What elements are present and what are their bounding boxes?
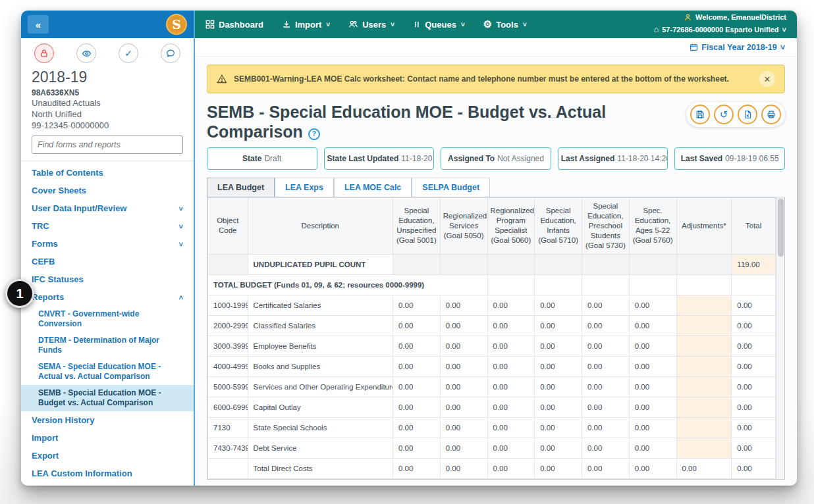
status-last-saved: Last Saved09-18-19 06:55 <box>674 147 785 170</box>
cell-total: 0.00 <box>732 336 776 356</box>
cell-adjustments[interactable] <box>676 356 732 376</box>
sidebar-item-reports[interactable]: Reports˄ <box>21 288 194 306</box>
table-row: 2000-2999Classified Salaries0.000.000.00… <box>208 315 776 336</box>
chat-bubble-icon[interactable] <box>161 43 180 63</box>
cell-goal-value: 0.00 <box>440 336 487 356</box>
cell-goal-value: 0.00 <box>393 356 441 376</box>
nav-dashboard[interactable]: Dashboard <box>205 20 263 30</box>
tab-lea-budget[interactable]: LEA Budget <box>207 178 275 197</box>
sidebar-nav: Table of Contents Cover Sheets User Data… <box>21 161 194 486</box>
sidebar-item-user-data-input[interactable]: User Data Input/Review˅ <box>21 199 194 217</box>
gear-icon: ⚙ <box>483 18 492 30</box>
sidebar-item-ifc-statuses[interactable]: IFC Statuses <box>21 270 194 288</box>
cell-total: 0.00 <box>732 438 776 458</box>
cell-goal-value: 0.00 <box>440 295 487 315</box>
report-link-dterm[interactable]: DTERM - Determination of Major Funds <box>21 332 194 359</box>
status-bar: StateDraft State Last Updated11-18-20 14… <box>207 147 785 170</box>
printer-icon <box>767 110 776 119</box>
cell-object-code: 2000-2999 <box>208 315 248 336</box>
sidebar-item-trc[interactable]: TRC˅ <box>21 217 194 235</box>
cell-goal-value: 0.00 <box>393 295 441 315</box>
help-icon[interactable]: ? <box>308 128 320 140</box>
cell-adjustments: 0.00 <box>676 458 732 478</box>
cell-total: 119.00 <box>732 254 776 274</box>
nav-queues[interactable]: Queues ˅ <box>413 20 465 30</box>
cell-adjustments[interactable] <box>676 376 732 397</box>
sidebar-item-version-history[interactable]: Version History <box>21 411 194 429</box>
cell-goal-value: 0.00 <box>440 438 487 458</box>
cell-goal-value: 0.00 <box>582 336 630 356</box>
download-icon <box>282 20 291 29</box>
forms-search-input[interactable] <box>32 136 183 154</box>
main-area: Dashboard Import ˅ Users ˅ Queues ˅ <box>195 11 797 486</box>
sidebar-item-table-of-contents[interactable]: Table of Contents <box>21 164 194 182</box>
dataset-id: 98A6336XN5 <box>32 88 183 97</box>
close-icon[interactable]: ✕ <box>759 71 775 87</box>
warning-triangle-icon <box>217 74 227 84</box>
fiscal-year-selector[interactable]: Fiscal Year 2018-19 ˅ <box>195 38 797 57</box>
tab-lea-exps[interactable]: LEA Exps <box>275 178 334 197</box>
top-navigation: Dashboard Import ˅ Users ˅ Queues ˅ <box>195 11 797 38</box>
scrollbar-thumb[interactable] <box>778 199 784 257</box>
tab-selpa-budget[interactable]: SELPA Budget <box>412 178 490 197</box>
check-icon[interactable]: ✓ <box>119 43 138 63</box>
sidebar-item-cefb[interactable]: CEFB <box>21 253 194 270</box>
users-icon <box>348 20 358 29</box>
sidebar-item-cover-sheets[interactable]: Cover Sheets <box>21 182 194 199</box>
nav-tools[interactable]: ⚙ Tools ˅ <box>483 18 527 30</box>
account-district-switcher[interactable]: Welcome, EmanuelDistrict ⌂ 57-72686-0000… <box>653 12 786 37</box>
chevron-down-icon: ˅ <box>780 43 785 52</box>
lock-icon[interactable] <box>34 43 54 63</box>
cell-adjustments[interactable] <box>676 417 732 438</box>
sidebar-item-forms[interactable]: Forms˅ <box>21 235 194 253</box>
report-link-semb-active[interactable]: SEMB - Special Education MOE - Budget vs… <box>21 385 194 411</box>
table-vertical-scrollbar[interactable] <box>776 197 784 479</box>
cell-description: Classified Salaries <box>248 315 393 336</box>
cell-adjustments[interactable] <box>676 336 732 356</box>
sidebar-header: « S <box>21 11 194 38</box>
cell-adjustments[interactable] <box>676 438 732 458</box>
chevron-down-icon: ˅ <box>179 205 183 213</box>
cell-goal-value: 0.00 <box>629 417 676 438</box>
cell-adjustments[interactable] <box>676 397 732 417</box>
chevron-down-icon: ˅ <box>391 21 394 28</box>
cell-goal-value <box>487 254 535 274</box>
cell-goal-value: 0.00 <box>535 397 582 417</box>
save-button[interactable] <box>690 105 710 124</box>
dataset-year: 2018-19 <box>32 68 183 86</box>
cell-goal-value: 0.00 <box>629 397 676 417</box>
column-header: Adjustments* <box>676 198 732 255</box>
cell-adjustments[interactable] <box>676 315 732 336</box>
cell-goal-value: 0.00 <box>582 438 630 458</box>
export-file-button[interactable] <box>738 105 757 124</box>
sidebar-item-lea-custom-information[interactable]: LEA Custom Information <box>21 465 194 482</box>
cell-goal-value <box>440 254 487 274</box>
nav-import[interactable]: Import ˅ <box>282 20 330 30</box>
report-link-cnvrt[interactable]: CNVRT - Government-wide Conversion <box>21 306 194 332</box>
sidebar-collapse-button[interactable]: « <box>28 15 49 34</box>
cell-adjustments <box>676 274 732 295</box>
refresh-button[interactable]: ↺ <box>714 105 734 124</box>
cell-goal-value: 0.00 <box>393 458 441 478</box>
column-header: Special Education, Infants (Goal 5710) <box>535 198 582 255</box>
eye-icon[interactable] <box>76 43 96 63</box>
cell-total: 0.00 <box>732 376 776 397</box>
floppy-icon <box>695 110 705 119</box>
print-button[interactable] <box>761 105 781 124</box>
sidebar-item-export[interactable]: Export <box>21 447 194 465</box>
chevron-down-icon: ˅ <box>179 222 183 230</box>
content-area: SEMB001-Warning-LEA MOE Calc worksheet: … <box>195 57 797 486</box>
sidebar-item-import[interactable]: Import <box>21 429 194 447</box>
status-assigned-to: Assigned ToNot Assigned <box>441 147 551 170</box>
cell-total: 0.00 <box>732 417 776 438</box>
report-link-sema[interactable]: SEMA - Special Education MOE - Actual vs… <box>21 359 194 385</box>
cell-total: 0.00 <box>732 356 776 376</box>
cell-object-code: 1000-1999 <box>208 295 248 315</box>
cell-adjustments[interactable] <box>676 295 732 315</box>
tab-lea-moe-calc[interactable]: LEA MOE Calc <box>334 178 412 197</box>
cell-object-code: 3000-3999 <box>208 336 248 356</box>
chevron-down-icon: ˅ <box>461 21 465 28</box>
page-background: « S ✓ 2018-19 98A6336XN5 Unaudited Actua… <box>0 0 814 504</box>
nav-users[interactable]: Users ˅ <box>348 20 394 30</box>
budget-table: Object Code Description Special Educatio… <box>207 197 776 479</box>
